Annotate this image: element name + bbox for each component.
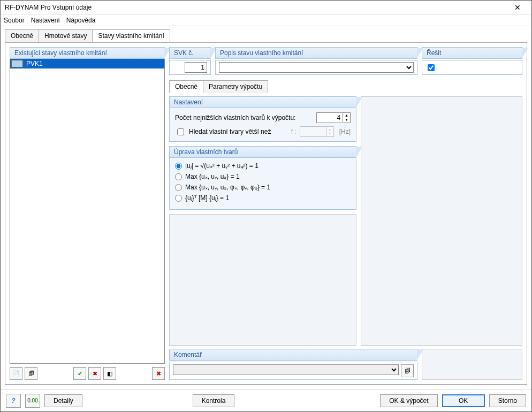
settings-group: Nastavení Počet nejnižších vlastních tva… [169, 96, 356, 142]
left-toolbar: 📄 🗐 ✔ ✖ ◧ ✖ [10, 367, 165, 380]
comment-library-icon[interactable]: 🗐 [401, 364, 414, 377]
copy-icon[interactable]: 🗐 [25, 367, 37, 380]
comment-row: Komentář 🗐 [169, 349, 522, 380]
freq-unit: [Hz] [339, 128, 351, 135]
freq-spinner: ▲▼ [300, 126, 334, 137]
modes-label: Počet nejnižších vlastních tvarů k výpoč… [175, 114, 313, 121]
header-row: SVK č. Popis stavu vlastního kmitání Řeš… [169, 47, 522, 75]
scaling-option-3-label: Max {uₓ, uᵧ, uᵩ, φₓ, φᵧ, φᵩ} = 1 [185, 184, 270, 191]
new-icon[interactable]: 📄 [10, 367, 22, 380]
subtab-calc-params[interactable]: Parametry výpočtu [203, 80, 268, 93]
comment-side-placeholder [422, 349, 522, 380]
app-window: RF-DYNAM Pro Vstupní údaje ✕ Soubor Nast… [0, 0, 532, 412]
settings-column: Nastavení Počet nejnižších vlastních tva… [169, 96, 356, 346]
spinner-down-icon: ▼ [326, 132, 333, 136]
menu-help[interactable]: Nápověda [66, 17, 96, 24]
svk-header: SVK č. [169, 47, 211, 59]
solve-checkbox[interactable] [428, 64, 435, 71]
aux-panel [361, 96, 522, 346]
sub-tabs: Obecné Parametry výpočtu [169, 80, 522, 93]
scaling-option-1-radio[interactable] [175, 163, 182, 170]
list-item[interactable]: PVK1 [10, 59, 164, 68]
window-title: RF-DYNAM Pro Vstupní údaje [5, 4, 508, 11]
search-above-label: Hledat vlastní tvary větší než [189, 128, 288, 135]
scaling-option-2-label: Max {uₓ, uᵧ, uᵩ} = 1 [185, 173, 240, 180]
scaling-option-4-label: {uⱼ}ᵀ [M] {uⱼ} = 1 [185, 194, 229, 202]
menubar: Soubor Nastavení Nápověda [1, 14, 531, 26]
description-combobox[interactable] [219, 62, 414, 73]
subtab-general[interactable]: Obecné [169, 80, 203, 93]
freq-label: f : [291, 128, 297, 135]
nvc-list[interactable]: PVK1 [10, 59, 165, 364]
menu-settings[interactable]: Nastavení [31, 17, 60, 24]
scaling-group-header: Úprava vlastních tvarů [170, 147, 356, 158]
check-button[interactable]: Kontrola [193, 394, 235, 407]
check-all-icon[interactable]: ✔ [73, 367, 86, 380]
scaling-option-3-radio[interactable] [175, 184, 182, 191]
ok-calc-button[interactable]: OK & výpočet [380, 394, 437, 407]
content-frame: Existující stavy vlastního kmitání PVK1 … [5, 42, 527, 385]
svk-number-input[interactable] [185, 62, 207, 73]
scaling-option-4-radio[interactable] [175, 195, 182, 202]
units-icon[interactable]: 0.00 [25, 394, 40, 408]
scaling-option-2-radio[interactable] [175, 173, 182, 180]
tab-mass-cases[interactable]: Hmotové stavy [39, 29, 93, 42]
spinner-up-icon: ▲ [326, 127, 333, 132]
left-panel-header: Existující stavy vlastního kmitání [10, 47, 165, 59]
details-button[interactable]: Detaily [44, 394, 82, 407]
body-row: Nastavení Počet nejnižších vlastních tva… [169, 96, 522, 346]
ok-button[interactable]: OK [442, 394, 485, 407]
spinner-up-icon[interactable]: ▲ [343, 113, 350, 118]
toggle-all-icon[interactable]: ◧ [103, 367, 116, 380]
uncheck-all-icon[interactable]: ✖ [88, 367, 101, 380]
left-panel: Existující stavy vlastního kmitání PVK1 … [10, 47, 165, 380]
close-icon[interactable]: ✕ [508, 3, 527, 12]
footer: ? 0.00 Detaily Kontrola OK & výpočet OK … [1, 389, 531, 411]
menu-file[interactable]: Soubor [4, 17, 25, 24]
tab-natural-vibration-cases[interactable]: Stavy vlastního kmitání [92, 29, 170, 42]
titlebar: RF-DYNAM Pro Vstupní údaje ✕ [1, 1, 531, 14]
modes-input[interactable] [317, 113, 343, 123]
spinner-down-icon[interactable]: ▼ [343, 118, 350, 122]
search-above-checkbox[interactable] [177, 128, 184, 135]
resit-header: Řešit [422, 47, 522, 59]
delete-icon[interactable]: ✖ [152, 367, 165, 380]
comment-header: Komentář [169, 349, 417, 361]
comment-combobox[interactable] [173, 364, 399, 375]
modes-spinner[interactable]: ▲▼ [316, 112, 351, 123]
scaling-option-1-label: |uⱼ| = √(uₓ² + uᵧ² + uᵩ²) = 1 [185, 162, 259, 170]
freq-input [300, 127, 326, 136]
popis-header: Popis stavu vlastního kmitání [215, 47, 417, 59]
color-swatch [11, 60, 23, 67]
tab-general[interactable]: Obecné [5, 29, 39, 42]
scaling-group: Úprava vlastních tvarů |uⱼ| = √(uₓ² + uᵧ… [169, 146, 356, 210]
right-panel: SVK č. Popis stavu vlastního kmitání Řeš… [169, 47, 522, 380]
cancel-button[interactable]: Storno [489, 394, 526, 407]
main-tabs: Obecné Hmotové stavy Stavy vlastního kmi… [5, 29, 527, 42]
empty-placeholder [169, 214, 356, 346]
help-icon[interactable]: ? [6, 394, 21, 408]
list-item-label: PVK1 [25, 60, 43, 67]
settings-group-header: Nastavení [170, 97, 356, 108]
